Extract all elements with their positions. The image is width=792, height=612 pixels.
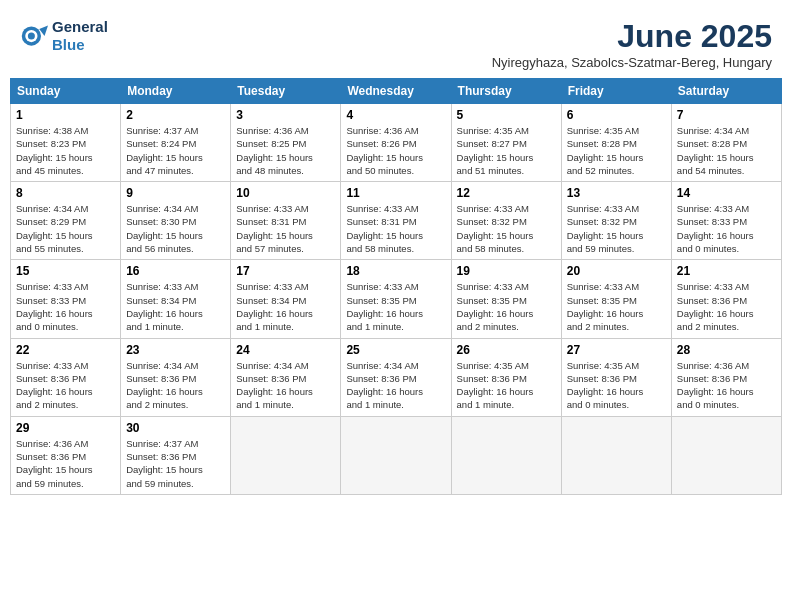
table-row: 27Sunrise: 4:35 AMSunset: 8:36 PMDayligh…	[561, 338, 671, 416]
day-info: Sunrise: 4:34 AMSunset: 8:36 PMDaylight:…	[236, 359, 335, 412]
day-info: Sunrise: 4:33 AMSunset: 8:31 PMDaylight:…	[346, 202, 445, 255]
day-number: 12	[457, 186, 556, 200]
table-row	[561, 416, 671, 494]
day-number: 24	[236, 343, 335, 357]
table-row: 5Sunrise: 4:35 AMSunset: 8:27 PMDaylight…	[451, 104, 561, 182]
day-info: Sunrise: 4:35 AMSunset: 8:28 PMDaylight:…	[567, 124, 666, 177]
table-row: 24Sunrise: 4:34 AMSunset: 8:36 PMDayligh…	[231, 338, 341, 416]
day-info: Sunrise: 4:33 AMSunset: 8:32 PMDaylight:…	[457, 202, 556, 255]
day-info: Sunrise: 4:36 AMSunset: 8:26 PMDaylight:…	[346, 124, 445, 177]
title-area: June 2025 Nyiregyhaza, Szabolcs-Szatmar-…	[492, 18, 772, 70]
table-row	[341, 416, 451, 494]
table-row: 17Sunrise: 4:33 AMSunset: 8:34 PMDayligh…	[231, 260, 341, 338]
month-title: June 2025	[492, 18, 772, 55]
day-number: 1	[16, 108, 115, 122]
table-row: 13Sunrise: 4:33 AMSunset: 8:32 PMDayligh…	[561, 182, 671, 260]
day-number: 26	[457, 343, 556, 357]
day-number: 30	[126, 421, 225, 435]
day-number: 11	[346, 186, 445, 200]
table-row: 6Sunrise: 4:35 AMSunset: 8:28 PMDaylight…	[561, 104, 671, 182]
day-number: 19	[457, 264, 556, 278]
day-number: 8	[16, 186, 115, 200]
table-row: 3Sunrise: 4:36 AMSunset: 8:25 PMDaylight…	[231, 104, 341, 182]
day-info: Sunrise: 4:37 AMSunset: 8:36 PMDaylight:…	[126, 437, 225, 490]
day-number: 20	[567, 264, 666, 278]
day-number: 14	[677, 186, 776, 200]
day-info: Sunrise: 4:33 AMSunset: 8:32 PMDaylight:…	[567, 202, 666, 255]
day-number: 27	[567, 343, 666, 357]
logo-icon	[20, 22, 48, 50]
day-number: 2	[126, 108, 225, 122]
table-row: 25Sunrise: 4:34 AMSunset: 8:36 PMDayligh…	[341, 338, 451, 416]
table-row: 28Sunrise: 4:36 AMSunset: 8:36 PMDayligh…	[671, 338, 781, 416]
day-number: 21	[677, 264, 776, 278]
day-number: 22	[16, 343, 115, 357]
day-number: 17	[236, 264, 335, 278]
table-row: 29Sunrise: 4:36 AMSunset: 8:36 PMDayligh…	[11, 416, 121, 494]
col-sunday: Sunday	[11, 79, 121, 104]
header: General Blue June 2025 Nyiregyhaza, Szab…	[10, 10, 782, 74]
day-info: Sunrise: 4:36 AMSunset: 8:36 PMDaylight:…	[677, 359, 776, 412]
day-info: Sunrise: 4:34 AMSunset: 8:29 PMDaylight:…	[16, 202, 115, 255]
day-info: Sunrise: 4:33 AMSunset: 8:36 PMDaylight:…	[677, 280, 776, 333]
day-number: 7	[677, 108, 776, 122]
day-info: Sunrise: 4:33 AMSunset: 8:35 PMDaylight:…	[346, 280, 445, 333]
table-row: 12Sunrise: 4:33 AMSunset: 8:32 PMDayligh…	[451, 182, 561, 260]
day-number: 13	[567, 186, 666, 200]
day-info: Sunrise: 4:35 AMSunset: 8:36 PMDaylight:…	[567, 359, 666, 412]
day-info: Sunrise: 4:35 AMSunset: 8:27 PMDaylight:…	[457, 124, 556, 177]
table-row: 8Sunrise: 4:34 AMSunset: 8:29 PMDaylight…	[11, 182, 121, 260]
day-number: 4	[346, 108, 445, 122]
table-row: 11Sunrise: 4:33 AMSunset: 8:31 PMDayligh…	[341, 182, 451, 260]
day-number: 29	[16, 421, 115, 435]
table-row: 9Sunrise: 4:34 AMSunset: 8:30 PMDaylight…	[121, 182, 231, 260]
table-row: 1Sunrise: 4:38 AMSunset: 8:23 PMDaylight…	[11, 104, 121, 182]
calendar: Sunday Monday Tuesday Wednesday Thursday…	[10, 78, 782, 495]
day-info: Sunrise: 4:34 AMSunset: 8:30 PMDaylight:…	[126, 202, 225, 255]
day-info: Sunrise: 4:33 AMSunset: 8:36 PMDaylight:…	[16, 359, 115, 412]
day-number: 9	[126, 186, 225, 200]
day-info: Sunrise: 4:35 AMSunset: 8:36 PMDaylight:…	[457, 359, 556, 412]
col-thursday: Thursday	[451, 79, 561, 104]
table-row: 4Sunrise: 4:36 AMSunset: 8:26 PMDaylight…	[341, 104, 451, 182]
day-number: 18	[346, 264, 445, 278]
table-row: 20Sunrise: 4:33 AMSunset: 8:35 PMDayligh…	[561, 260, 671, 338]
day-info: Sunrise: 4:33 AMSunset: 8:33 PMDaylight:…	[16, 280, 115, 333]
table-row: 14Sunrise: 4:33 AMSunset: 8:33 PMDayligh…	[671, 182, 781, 260]
day-info: Sunrise: 4:33 AMSunset: 8:35 PMDaylight:…	[567, 280, 666, 333]
subtitle: Nyiregyhaza, Szabolcs-Szatmar-Bereg, Hun…	[492, 55, 772, 70]
table-row: 15Sunrise: 4:33 AMSunset: 8:33 PMDayligh…	[11, 260, 121, 338]
day-info: Sunrise: 4:37 AMSunset: 8:24 PMDaylight:…	[126, 124, 225, 177]
table-row: 10Sunrise: 4:33 AMSunset: 8:31 PMDayligh…	[231, 182, 341, 260]
col-monday: Monday	[121, 79, 231, 104]
day-number: 3	[236, 108, 335, 122]
day-info: Sunrise: 4:33 AMSunset: 8:34 PMDaylight:…	[236, 280, 335, 333]
day-info: Sunrise: 4:38 AMSunset: 8:23 PMDaylight:…	[16, 124, 115, 177]
day-number: 25	[346, 343, 445, 357]
day-number: 28	[677, 343, 776, 357]
table-row: 7Sunrise: 4:34 AMSunset: 8:28 PMDaylight…	[671, 104, 781, 182]
day-info: Sunrise: 4:36 AMSunset: 8:25 PMDaylight:…	[236, 124, 335, 177]
col-wednesday: Wednesday	[341, 79, 451, 104]
day-info: Sunrise: 4:36 AMSunset: 8:36 PMDaylight:…	[16, 437, 115, 490]
col-friday: Friday	[561, 79, 671, 104]
col-tuesday: Tuesday	[231, 79, 341, 104]
day-info: Sunrise: 4:33 AMSunset: 8:34 PMDaylight:…	[126, 280, 225, 333]
svg-point-2	[28, 33, 35, 40]
day-number: 10	[236, 186, 335, 200]
table-row	[231, 416, 341, 494]
table-row: 16Sunrise: 4:33 AMSunset: 8:34 PMDayligh…	[121, 260, 231, 338]
day-info: Sunrise: 4:33 AMSunset: 8:33 PMDaylight:…	[677, 202, 776, 255]
table-row: 23Sunrise: 4:34 AMSunset: 8:36 PMDayligh…	[121, 338, 231, 416]
table-row: 19Sunrise: 4:33 AMSunset: 8:35 PMDayligh…	[451, 260, 561, 338]
day-info: Sunrise: 4:34 AMSunset: 8:36 PMDaylight:…	[126, 359, 225, 412]
table-row	[671, 416, 781, 494]
day-info: Sunrise: 4:33 AMSunset: 8:31 PMDaylight:…	[236, 202, 335, 255]
day-number: 23	[126, 343, 225, 357]
day-number: 5	[457, 108, 556, 122]
table-row: 2Sunrise: 4:37 AMSunset: 8:24 PMDaylight…	[121, 104, 231, 182]
table-row: 26Sunrise: 4:35 AMSunset: 8:36 PMDayligh…	[451, 338, 561, 416]
logo-text: General Blue	[52, 18, 108, 54]
table-row: 30Sunrise: 4:37 AMSunset: 8:36 PMDayligh…	[121, 416, 231, 494]
day-number: 15	[16, 264, 115, 278]
